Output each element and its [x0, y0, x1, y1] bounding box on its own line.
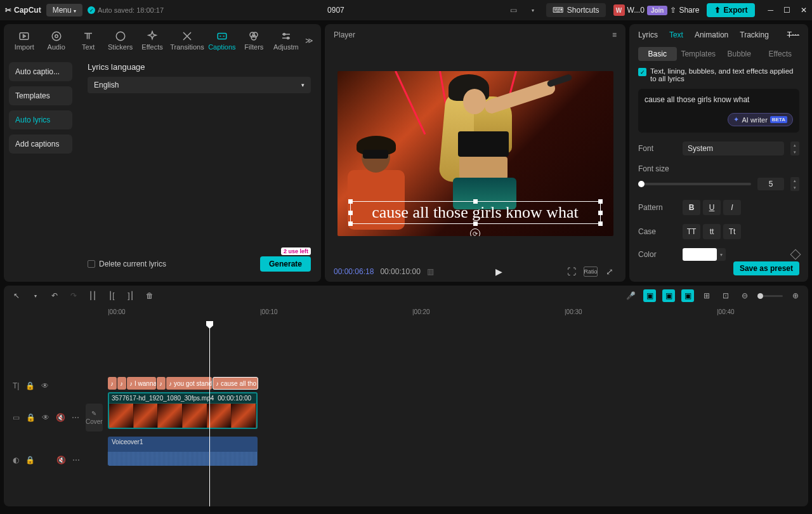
- mic-icon[interactable]: 🎤: [624, 289, 637, 302]
- rtab-animation[interactable]: Animation: [695, 30, 728, 39]
- sidebar-auto-lyrics[interactable]: Auto lyrics: [9, 110, 72, 129]
- tab-captions[interactable]: Captions: [207, 28, 237, 53]
- cover-button[interactable]: ✎Cover: [86, 404, 103, 432]
- fontsize-input[interactable]: 5: [757, 178, 784, 190]
- ratio-button[interactable]: Ratio: [584, 267, 598, 277]
- eye-icon[interactable]: 👁: [41, 381, 49, 390]
- eye-icon[interactable]: 👁: [42, 413, 49, 422]
- shortcuts-button[interactable]: ⌨ Shortcuts: [546, 3, 606, 17]
- share-button[interactable]: ⇪Share: [670, 6, 699, 15]
- maximize-icon[interactable]: ☐: [783, 6, 790, 15]
- timeline-tracks[interactable]: ♪ ♪ ♪I wanna ♪ ♪you got standa ♪cause al…: [105, 321, 808, 506]
- lyric-text-box[interactable]: cause all those girls know what ✦ AI wri…: [638, 89, 799, 133]
- playhead[interactable]: [209, 321, 210, 506]
- underline-button[interactable]: U: [703, 200, 721, 215]
- zoom-out-icon[interactable]: ⊖: [738, 289, 751, 302]
- titlecase-button[interactable]: Tt: [723, 224, 741, 239]
- menu-button[interactable]: Menu ▾: [46, 4, 82, 16]
- tab-text[interactable]: Text: [73, 28, 103, 53]
- generate-button[interactable]: Generate: [260, 256, 311, 272]
- fontsize-stepper[interactable]: ▴▾: [790, 177, 799, 191]
- player-menu-icon[interactable]: ≡: [612, 30, 617, 39]
- video-clip[interactable]: 3577617-hd_1920_1080_30fps.mp400:00:10:0…: [108, 392, 258, 429]
- tab-filters[interactable]: Filters: [239, 28, 269, 53]
- close-icon[interactable]: ✕: [801, 6, 807, 15]
- columns-icon[interactable]: ▥: [427, 267, 434, 276]
- mute-icon[interactable]: 🔇: [56, 413, 65, 422]
- tab-stickers[interactable]: Stickers: [105, 28, 135, 53]
- delete-lyrics-checkbox[interactable]: Delete current lyrics: [88, 260, 166, 268]
- split-right-icon[interactable]: ]⎮: [124, 289, 137, 302]
- caption-clip[interactable]: ♪I wanna: [127, 377, 156, 390]
- project-title[interactable]: 0907: [169, 6, 503, 15]
- sidebar-add-captions[interactable]: Add captions: [9, 135, 72, 154]
- sidebar-templates[interactable]: Templates: [9, 86, 72, 105]
- mute-icon[interactable]: 🔇: [56, 456, 66, 465]
- snap-icon[interactable]: ▣: [662, 289, 675, 302]
- scale-icon[interactable]: ⛶: [565, 267, 579, 277]
- sidebar-auto-captions[interactable]: Auto captio...: [9, 62, 72, 81]
- apply-all-info[interactable]: ✓ Text, lining, bubbles, and text effect…: [638, 67, 799, 82]
- magnet-on-icon[interactable]: ▣: [643, 289, 656, 302]
- lock-icon[interactable]: 🔒: [26, 413, 36, 422]
- color-dropdown[interactable]: ▾: [717, 248, 726, 261]
- rtab-text[interactable]: Text: [669, 30, 683, 39]
- lowercase-button[interactable]: tt: [703, 224, 721, 239]
- subtab-effects[interactable]: Effects: [761, 47, 800, 61]
- split-icon[interactable]: ⎮⎮: [86, 289, 99, 302]
- caption-clip[interactable]: ♪: [108, 377, 117, 390]
- cursor-drop-icon[interactable]: ▾: [29, 289, 42, 302]
- lock-icon[interactable]: 🔒: [25, 456, 35, 465]
- caption-overlay[interactable]: cause all those girls know what ⟳: [350, 201, 601, 224]
- delete-icon[interactable]: 🗑: [143, 289, 156, 302]
- ai-writer-button[interactable]: ✦ AI writer BETA: [728, 113, 793, 126]
- audio-clip[interactable]: Voiceover1: [108, 437, 258, 466]
- save-preset-button[interactable]: Save as preset: [733, 261, 799, 275]
- redo-icon[interactable]: ↷: [67, 289, 80, 302]
- tab-effects[interactable]: Effects: [137, 28, 167, 53]
- bold-button[interactable]: B: [683, 200, 700, 215]
- aspect-icon[interactable]: ▭: [508, 4, 520, 16]
- language-select[interactable]: English▾: [88, 77, 311, 93]
- caption-clip[interactable]: ♪: [157, 377, 166, 390]
- preview-icon[interactable]: ⊞: [700, 289, 713, 302]
- caption-clip-selected[interactable]: ♪cause all tho: [213, 377, 258, 390]
- tab-import[interactable]: Import: [9, 28, 39, 53]
- join-chip[interactable]: Join: [647, 6, 668, 15]
- color-swatch[interactable]: [683, 248, 717, 261]
- keyframe-icon[interactable]: [790, 249, 801, 260]
- lock-icon[interactable]: 🔒: [25, 381, 35, 390]
- timeline-ruler[interactable]: |00:00 |00:10 |00:20 |00:30 |00:40: [105, 306, 808, 321]
- preview2-icon[interactable]: ⊡: [719, 289, 732, 302]
- zoom-in-icon[interactable]: ⊕: [789, 289, 802, 302]
- font-select[interactable]: System: [683, 142, 784, 155]
- video-preview[interactable]: cause all those girls know what ⟳: [337, 71, 613, 236]
- export-button[interactable]: ⬆Export: [707, 3, 755, 17]
- rtab-tracking[interactable]: Tracking: [740, 30, 769, 39]
- play-button[interactable]: ▶: [495, 267, 502, 277]
- minimize-icon[interactable]: ─: [768, 6, 773, 15]
- tabs-more-icon[interactable]: ≫: [303, 36, 316, 45]
- zoom-slider[interactable]: [757, 295, 783, 297]
- undo-icon[interactable]: ↶: [48, 289, 61, 302]
- tab-audio[interactable]: Audio: [41, 28, 71, 53]
- more-icon[interactable]: ⋯: [72, 413, 79, 422]
- fullscreen-icon[interactable]: ⤢: [603, 267, 617, 277]
- tab-transitions[interactable]: Transitions: [169, 28, 205, 53]
- caption-clip[interactable]: ♪: [117, 377, 126, 390]
- subtab-bubble[interactable]: Bubble: [720, 47, 759, 61]
- link-icon[interactable]: ▣: [681, 289, 694, 302]
- caption-clip[interactable]: ♪you got standa: [166, 377, 212, 390]
- split-left-icon[interactable]: ⎮[: [105, 289, 118, 302]
- tab-adjust[interactable]: Adjustm: [271, 28, 301, 53]
- dropdown-icon[interactable]: ▾: [527, 4, 539, 16]
- italic-button[interactable]: I: [723, 200, 741, 215]
- subtab-basic[interactable]: Basic: [638, 47, 677, 61]
- user-badge[interactable]: W W...0 Join ⇪Share: [613, 4, 700, 16]
- cursor-icon[interactable]: ↖: [10, 289, 23, 302]
- font-stepper[interactable]: ▴▾: [790, 142, 799, 155]
- rtab-lyrics[interactable]: Lyrics: [638, 30, 658, 39]
- fontsize-slider[interactable]: [638, 183, 751, 185]
- subtab-templates[interactable]: Templates: [679, 47, 718, 61]
- more-icon[interactable]: ⋯: [72, 456, 80, 465]
